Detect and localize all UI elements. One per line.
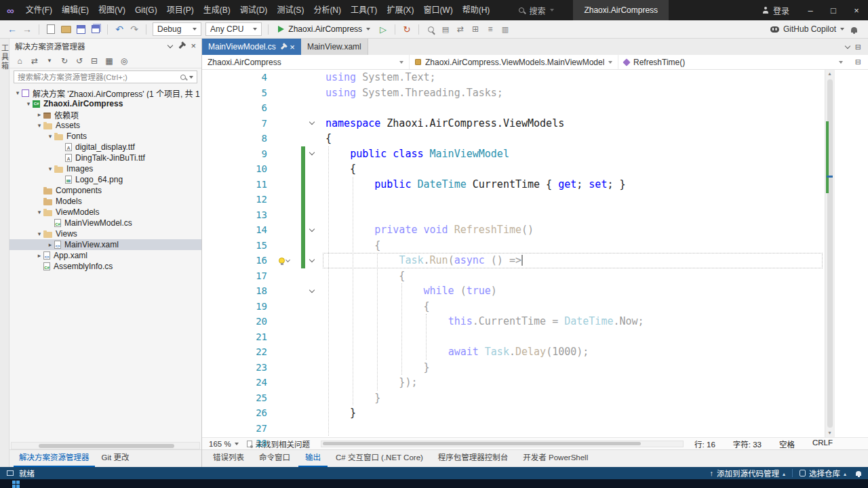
indent-icon[interactable] [484,22,497,36]
expand-chevron-icon[interactable]: ▸ [46,241,54,248]
close-icon[interactable]: × [290,43,295,52]
notifications-bell-icon[interactable] [856,471,861,476]
menu-item-p[interactable]: 项目(P) [162,0,199,20]
find-icon[interactable] [424,22,437,36]
tree-item-viewmodels[interactable]: ▾ViewModels [9,207,201,218]
scroll-down-arrow[interactable]: ▾ [825,429,834,437]
menu-item-x[interactable]: 扩展(X) [382,0,418,20]
explorer-horizontal-scrollbar[interactable] [11,442,200,449]
solution-configuration-dropdown[interactable]: Debug [153,22,201,36]
tree-item-digital_display.ttf[interactable]: digital_display.ttf [9,142,201,152]
titlebar-search[interactable]: 搜索 [512,3,561,18]
breadcrumb-segment-1[interactable]: Zhaoxi.AirCompress [202,55,409,69]
menu-item-w[interactable]: 窗口(W) [418,0,457,20]
tree-item-row-2[interactable]: ▸依赖项 [9,109,201,120]
start-debugging-button[interactable]: Zhaoxi.AirCompress [273,22,375,37]
tree-item-mainview.xaml[interactable]: ▸MainView.xaml [9,239,201,250]
collapse-chevron-icon[interactable] [309,257,315,262]
toolbox-vertical-tab[interactable]: 工具箱 [0,39,10,76]
tree-item-views[interactable]: ▾Views [9,228,201,239]
pending-changes-filter-icon[interactable] [43,55,56,67]
menu-item-h[interactable]: 帮助(H) [458,0,495,20]
menu-item-e[interactable]: 编辑(E) [57,0,94,20]
github-copilot-button[interactable]: GitHub Copilot [770,24,844,34]
collapse-chevron-icon[interactable] [309,119,315,125]
breadcrumb-segment-2[interactable]: Zhaoxi.AirCompress.ViewModels.MainViewMo… [409,55,618,69]
horizontal-scrollbar[interactable] [321,441,684,447]
collapse-chevron-icon[interactable]: ▾ [46,165,54,172]
expand-chevron-icon[interactable]: ▸ [35,111,43,118]
menu-item-s[interactable]: 测试(S) [272,0,309,20]
panel-tab-powershell[interactable]: 开发者 PowerShell [516,449,595,467]
menu-item-v[interactable]: 视图(V) [94,0,130,20]
add-to-source-control-button[interactable]: 添加到源代码管理 [709,468,785,479]
tree-item-app.xaml[interactable]: ▸App.xaml [9,250,201,261]
menu-item-gitg[interactable]: Git(G) [130,0,162,20]
tree-item-logo_64.png[interactable]: Logo_64.png [9,174,201,185]
extensions-icon[interactable] [469,22,482,36]
panel-tab-c.netcore[interactable]: C# 交互窗口 (.NET Core) [329,449,430,467]
properties-icon[interactable] [118,55,130,67]
panel-tab-p2[interactable]: 输出 [298,449,328,467]
tree-item-images[interactable]: ▾Images [9,163,201,174]
code-pane[interactable]: using System.Text;using System.Threading… [323,70,825,437]
fold-margin[interactable] [305,146,319,162]
menu-item-t[interactable]: 工具(T) [346,0,382,20]
navigate-backward-icon[interactable] [5,22,19,36]
save-all-icon[interactable] [89,22,102,36]
tree-item-dingtalk-jinbuti.ttf[interactable]: DingTalk-JinBuTi.ttf [9,152,201,163]
explorer-tab-t0[interactable]: 解决方案资源管理器 [14,449,95,467]
collapse-chevron-icon[interactable] [309,226,315,232]
redo-icon[interactable] [127,22,141,36]
lightbulb-icon[interactable] [279,258,285,264]
tree-item-fonts[interactable]: ▾Fonts [9,131,201,142]
fold-margin[interactable] [305,253,319,268]
select-repository-button[interactable]: 选择仓库 [800,468,846,479]
editor-tab-mainviewmodel.cs[interactable]: MainViewModel.cs× [202,39,301,55]
collapse-chevron-icon[interactable] [309,150,315,155]
collapse-chevron-icon[interactable] [309,287,315,293]
background-tasks-icon[interactable] [7,470,14,476]
show-all-files-icon[interactable] [103,55,115,67]
collapse-chevron-icon[interactable]: ▾ [14,89,22,96]
collapse-chevron-icon[interactable]: ▾ [46,133,54,140]
start-without-debugging-icon[interactable] [376,22,390,36]
menu-item-f[interactable]: 文件(F) [21,0,57,20]
chevron-down-icon[interactable] [845,43,850,48]
refresh-icon[interactable] [73,55,85,67]
home-icon[interactable] [14,55,26,67]
outdent-icon[interactable] [498,22,512,36]
tree-item-zhaoxi.aircompress11[interactable]: ▾解决方案 'Zhaoxi.AirCompress' (1 个项目, 共 1 [9,87,201,98]
tree-item-mainviewmodel.cs[interactable]: MainViewModel.cs [9,218,201,228]
collapse-chevron-icon[interactable]: ▾ [35,230,43,237]
solution-explorer-search-input[interactable] [18,73,177,81]
windows-start-button[interactable] [12,481,16,484]
tree-item-assemblyinfo.cs[interactable]: AssemblyInfo.cs [9,261,201,272]
hot-reload-icon[interactable] [400,22,414,36]
scrollbar-thumb[interactable] [39,444,174,448]
minimize-button[interactable]: – [799,0,822,20]
sign-in-button[interactable]: 登录 [762,5,789,16]
panel-tab-p4[interactable]: 程序包管理器控制台 [431,449,515,467]
panel-tab-p1[interactable]: 命令窗口 [252,449,297,467]
line-ending-indicator[interactable]: CRLF [812,439,833,449]
collapse-all-icon[interactable] [88,55,100,67]
tree-item-assets[interactable]: ▾Assets [9,120,201,131]
explorer-tab-git[interactable]: Git 更改 [96,449,135,467]
close-button[interactable]: × [845,0,868,20]
tree-item-zhaoxi.aircompress[interactable]: ▾Zhaoxi.AirCompress [9,98,201,109]
scroll-up-arrow[interactable]: ▴ [825,70,834,78]
spaces-indicator[interactable]: 空格 [779,439,795,449]
editor-tab-mainview.xaml[interactable]: MainView.xaml [301,39,368,55]
split-window-icon[interactable] [855,58,861,66]
open-file-icon[interactable] [59,22,73,36]
new-file-icon[interactable] [44,22,58,36]
pin-icon[interactable] [281,45,285,49]
navigate-forward-icon[interactable] [20,22,34,36]
solution-platform-dropdown[interactable]: Any CPU [205,22,262,36]
pin-icon[interactable] [179,43,184,49]
menu-item-b[interactable]: 生成(B) [199,0,235,20]
fold-margin[interactable] [305,283,319,299]
solution-explorer-icon[interactable] [439,22,452,36]
breadcrumb-segment-3[interactable]: RefreshTime() [618,55,848,69]
